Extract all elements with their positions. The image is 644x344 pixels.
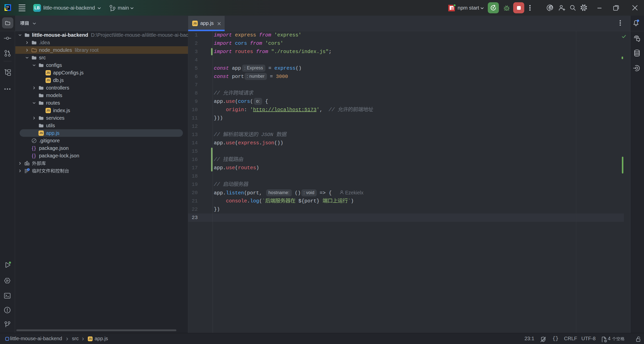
svg-text:WS: WS [6,6,9,8]
